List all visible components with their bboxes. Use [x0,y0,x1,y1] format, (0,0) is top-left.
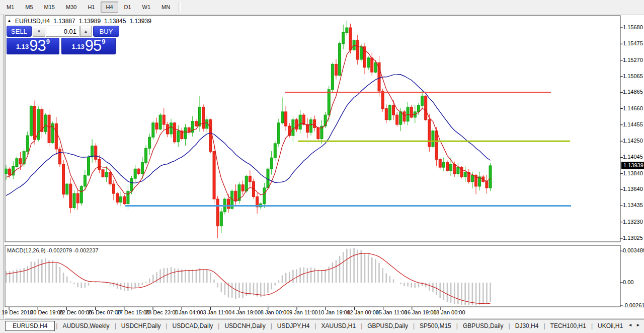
symbol-tab-usdcad-daily[interactable]: USDCAD,Daily [168,321,218,330]
symbol-tab-eurusd-h4[interactable]: EURUSD,H4 [5,321,55,331]
price-scale-label: 1.14045 [623,154,643,160]
tab-scroll-right-icon[interactable]: ► [636,322,640,327]
candle-body [486,181,488,188]
candle-body [120,196,122,202]
candle-body [152,123,154,137]
candle-body [87,157,90,175]
candle-body [324,115,327,126]
candle-body [98,159,101,169]
symbol-tab-xauusd-h1[interactable]: XAUUSD,H1 [316,321,361,330]
symbol-tab-usdchf-daily[interactable]: USDCHF,Daily [116,321,166,330]
lot-size-input[interactable] [46,26,79,37]
trading-terminal: { "toolbar": { "timeframes": ["M1","M5",… [0,0,644,333]
symbol-tab-gbpusd-daily[interactable]: GBPUSD,Daily [458,321,509,330]
candle-body [184,127,187,139]
price-scale-label: 1.13840 [623,170,643,176]
candle-body [5,169,8,173]
candle-body [446,163,448,171]
candle-body [292,120,294,136]
lot-decrease-button[interactable]: ▼ [33,26,45,37]
candle-body [453,164,456,174]
candle-body [471,175,473,182]
time-scale-label: 1 Jan 04:00 [174,309,203,315]
candle-body [141,163,143,174]
price-scale-label: 1.14250 [623,138,643,144]
price-scale-label: 1.15475 [623,40,643,46]
candle-body [489,166,492,188]
tab-scroll-left-icon[interactable]: ◄ [628,322,632,327]
candle-body [9,169,11,175]
time-scale-label: 18 Jan 00:00 [433,309,465,315]
candle-body [26,136,29,151]
candle-body [464,172,466,177]
candle-body [58,149,61,164]
macd-scale-label: 0.00 [623,279,633,285]
candle-body [335,64,337,75]
candle-body [73,193,75,208]
candle-body [174,123,176,142]
symbol-tabbar: EURUSD,H4|AUDUSD,Weekly|USDCHF,Daily|USD… [0,319,644,331]
candle-body [245,176,248,191]
candle-body [396,115,398,124]
candle-body [95,146,97,160]
ohlc-close: 1.13939 [129,18,151,25]
candle-body [381,91,384,109]
candle-body [356,40,359,59]
symbol-tab-sp500-m15[interactable]: SP500,M15 [415,321,456,330]
symbol-tab-gbpusd-daily[interactable]: GBPUSD,Daily [362,321,413,330]
sell-price-box[interactable]: 1.13 93 9 [7,38,59,54]
symbol-tab-audusd-weekly[interactable]: AUDUSD,Weekly [57,321,114,330]
candle-body [328,90,330,115]
symbol-tab-usdjpy-h4[interactable]: USDJPY,H4 [272,321,314,330]
time-scale-label: 4 Jan 19:00 [232,309,261,315]
candle-body [148,137,151,148]
buy-price-big: 95 [85,39,101,52]
candle-body [30,106,32,136]
candle-body [274,144,276,158]
candle-body [91,146,94,157]
time-scale-label: 20 Dec 19:00 [30,309,63,315]
macd-scale-label: 0.003489 [623,247,644,253]
candle-body [450,164,452,171]
time-scale-label: 8 Jan 00:00 [261,309,290,315]
candle-body [145,148,147,162]
buy-button[interactable]: BUY [93,26,119,37]
candle-body [234,191,237,201]
symbol-tab-dj30-h4[interactable]: DJ30,H4 [510,321,544,330]
price-scale-label: 1.14865 [623,89,643,95]
candle-body [242,185,244,191]
price-scale-label: 1.13435 [623,202,643,208]
candle-body [421,96,424,105]
candle-body [313,120,316,128]
candle-body [48,115,50,143]
candle-body [346,28,348,32]
symbol-tab-ukoil-h1[interactable]: UKOil,H1 [593,321,628,330]
candle-body [19,159,22,164]
time-scale-label: 28 Dec 23:00 [145,309,178,315]
sell-price-prefix: 1.13 [16,43,29,50]
candle-body [349,28,352,50]
candle-body [403,112,406,121]
symbol-tab-usdcnh-daily[interactable]: USDCNH,Daily [219,321,270,330]
candle-body [76,193,79,203]
candle-body [220,212,222,226]
collapse-trade-panel-icon[interactable]: ▲ [7,18,12,23]
buy-price-pip: 9 [102,38,105,45]
sell-button[interactable]: SELL [7,26,32,37]
candle-body [360,47,362,59]
candle-body [285,112,287,126]
candle-body [457,167,459,174]
lot-increase-button[interactable]: ▲ [80,26,92,37]
candle-body [299,115,301,129]
candle-body [425,96,427,119]
candle-body [102,170,104,177]
symbol-tab-tech100-h1[interactable]: TECH100,H1 [545,321,591,330]
candle-body [216,199,219,226]
candle-body [66,184,68,194]
candle-body [213,152,215,199]
price-scale-label: 1.14455 [623,121,643,127]
candle-body [342,32,345,43]
buy-price-box[interactable]: 1.13 95 9 [61,38,116,54]
price-scale-label: 1.13640 [623,186,643,192]
candle-body [249,176,251,181]
